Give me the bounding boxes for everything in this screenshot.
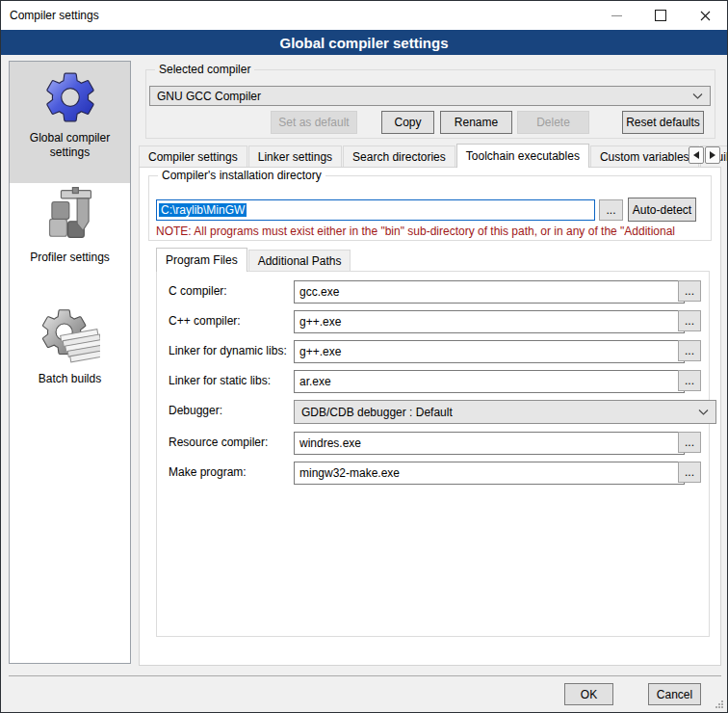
resource-compiler-browse-button[interactable]: ... bbox=[678, 432, 701, 453]
debugger-select[interactable]: GDB/CDB debugger : Default bbox=[294, 400, 716, 424]
tab-compiler-settings[interactable]: Compiler settings bbox=[139, 145, 247, 167]
set-as-default-button: Set as default bbox=[271, 111, 357, 134]
rename-button[interactable]: Rename bbox=[440, 111, 512, 134]
install-dir-input[interactable]: C:\raylib\MinGW bbox=[156, 199, 595, 221]
note-text: NOTE: All programs must exist either in … bbox=[156, 224, 709, 238]
selected-compiler-group-label: Selected compiler bbox=[155, 63, 254, 76]
resource-compiler-input[interactable] bbox=[294, 432, 685, 455]
title-bar: Compiler settings bbox=[1, 1, 727, 30]
minimize-icon bbox=[611, 15, 622, 16]
caliper-icon bbox=[40, 187, 100, 247]
cpp-compiler-label: C++ compiler: bbox=[169, 310, 292, 331]
settings-tabs: Compiler settings Linker settings Search… bbox=[139, 145, 728, 167]
c-compiler-input[interactable] bbox=[294, 280, 685, 304]
field-row-debugger: Debugger: GDB/CDB debugger : Default bbox=[157, 400, 709, 421]
minimize-button[interactable] bbox=[594, 1, 638, 30]
cancel-button[interactable]: Cancel bbox=[648, 683, 701, 705]
install-dir-browse-button[interactable]: ... bbox=[599, 199, 623, 221]
installation-directory-group-label: Compiler's installation directory bbox=[158, 169, 325, 182]
subtab-additional-paths[interactable]: Additional Paths bbox=[248, 250, 351, 271]
caption-buttons bbox=[594, 1, 727, 30]
maximize-button[interactable] bbox=[638, 1, 683, 30]
compiler-select[interactable]: GNU GCC Compiler bbox=[149, 86, 711, 106]
dynamic-linker-label: Linker for dynamic libs: bbox=[169, 340, 292, 361]
c-compiler-browse-button[interactable]: ... bbox=[678, 280, 701, 302]
static-linker-browse-button[interactable]: ... bbox=[678, 370, 701, 391]
delete-button: Delete bbox=[517, 111, 589, 134]
settings-category-list: Global compiler settings Profiler settin… bbox=[9, 61, 131, 664]
subtab-program-files[interactable]: Program Files bbox=[156, 248, 247, 272]
make-program-browse-button[interactable]: ... bbox=[678, 462, 701, 483]
sidebar-item-label: Global compiler settings bbox=[30, 131, 110, 160]
field-row-c-compiler: C compiler: ... bbox=[157, 280, 709, 302]
debugger-label: Debugger: bbox=[169, 400, 292, 421]
ok-button[interactable]: OK bbox=[564, 683, 613, 705]
static-linker-label: Linker for static libs: bbox=[169, 370, 292, 391]
install-dir-selected-text: C:\raylib\MinGW bbox=[159, 203, 247, 217]
field-row-make-program: Make program: ... bbox=[157, 462, 709, 483]
window-title: Compiler settings bbox=[10, 9, 99, 22]
dialog-header: Global compiler settings bbox=[1, 30, 727, 55]
field-row-resource-compiler: Resource compiler: ... bbox=[157, 432, 709, 453]
dynamic-linker-browse-button[interactable]: ... bbox=[678, 340, 701, 361]
tab-toolchain-executables[interactable]: Toolchain executables bbox=[456, 144, 589, 168]
copy-button[interactable]: Copy bbox=[381, 111, 434, 134]
gear-gray-icon bbox=[40, 308, 100, 368]
auto-detect-button[interactable]: Auto-detect bbox=[628, 198, 696, 222]
program-files-page: C compiler: ... C++ compiler: ... Linker… bbox=[156, 271, 710, 637]
triangle-left-icon bbox=[693, 151, 699, 159]
footer-separator bbox=[9, 675, 721, 676]
sidebar-item-label: Profiler settings bbox=[30, 251, 110, 265]
sidebar-item-batch-builds[interactable]: Batch builds bbox=[10, 304, 130, 416]
c-compiler-label: C compiler: bbox=[169, 280, 292, 302]
field-row-cpp-compiler: C++ compiler: ... bbox=[157, 310, 709, 331]
chevron-down-icon bbox=[692, 93, 703, 99]
make-program-label: Make program: bbox=[169, 462, 292, 483]
tab-scroll-left-button[interactable] bbox=[689, 146, 704, 164]
debugger-select-value: GDB/CDB debugger : Default bbox=[301, 406, 453, 419]
static-linker-input[interactable] bbox=[294, 370, 685, 393]
field-row-dynamic-linker: Linker for dynamic libs: ... bbox=[157, 340, 709, 361]
cpp-compiler-input[interactable] bbox=[294, 310, 685, 333]
chevron-down-icon bbox=[698, 409, 709, 415]
tab-linker-settings[interactable]: Linker settings bbox=[248, 145, 342, 167]
resource-compiler-label: Resource compiler: bbox=[169, 432, 292, 453]
close-icon bbox=[700, 11, 711, 21]
reset-defaults-button[interactable]: Reset defaults bbox=[622, 111, 704, 134]
triangle-right-icon bbox=[710, 151, 715, 159]
tab-search-directories[interactable]: Search directories bbox=[343, 145, 455, 167]
make-program-input[interactable] bbox=[294, 462, 685, 485]
sidebar-item-label: Batch builds bbox=[39, 372, 101, 386]
field-row-static-linker: Linker for static libs: ... bbox=[157, 370, 709, 391]
tab-scroll-right-button[interactable] bbox=[705, 146, 720, 164]
resize-grip[interactable] bbox=[715, 700, 724, 709]
page-title: Global compiler settings bbox=[279, 35, 448, 51]
compiler-settings-dialog: Compiler settings Global compiler settin… bbox=[0, 0, 728, 713]
gear-blue-icon bbox=[40, 67, 100, 127]
sidebar-item-global-compiler-settings[interactable]: Global compiler settings bbox=[10, 62, 130, 183]
cpp-compiler-browse-button[interactable]: ... bbox=[678, 310, 701, 331]
dynamic-linker-input[interactable] bbox=[294, 340, 685, 363]
maximize-icon bbox=[655, 10, 666, 21]
sidebar-item-profiler-settings[interactable]: Profiler settings bbox=[10, 183, 130, 295]
program-files-subtabs: Program Files Additional Paths bbox=[156, 249, 351, 271]
tab-custom-variables[interactable]: Custom variables bbox=[590, 145, 699, 167]
close-button[interactable] bbox=[683, 1, 727, 30]
compiler-select-value: GNU GCC Compiler bbox=[157, 90, 261, 103]
